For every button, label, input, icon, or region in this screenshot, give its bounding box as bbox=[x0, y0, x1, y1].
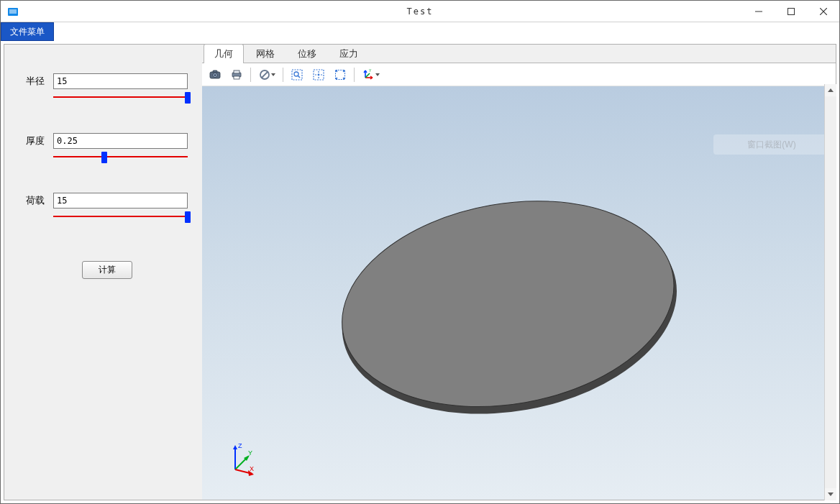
svg-point-16 bbox=[318, 73, 320, 75]
calculate-button[interactable]: 计算 bbox=[82, 261, 132, 279]
radius-label: 半径 bbox=[26, 75, 53, 88]
viewport-3d[interactable]: 窗口截图(W) Z Y X bbox=[202, 86, 836, 500]
chevron-down-icon bbox=[271, 73, 275, 76]
tab-stress[interactable]: 应力 bbox=[329, 44, 369, 63]
axes-icon[interactable]: Y bbox=[358, 65, 383, 84]
svg-point-6 bbox=[214, 74, 216, 76]
app-icon bbox=[6, 5, 19, 18]
radius-slider[interactable] bbox=[53, 93, 188, 101]
radius-input[interactable] bbox=[53, 73, 188, 89]
tab-displacement[interactable]: 位移 bbox=[287, 44, 327, 63]
title-bar: Test bbox=[1, 1, 839, 22]
svg-text:Y: Y bbox=[369, 68, 372, 73]
vertical-scrollbar[interactable] bbox=[824, 84, 836, 500]
thickness-label: 厚度 bbox=[26, 134, 53, 147]
forbid-icon[interactable] bbox=[255, 65, 279, 84]
tab-mesh[interactable]: 网格 bbox=[245, 44, 286, 63]
tab-geometry[interactable]: 几何 bbox=[204, 44, 244, 63]
window-controls bbox=[742, 1, 839, 22]
svg-line-11 bbox=[262, 72, 268, 78]
toolbar-separator bbox=[283, 68, 283, 82]
tab-strip: 几何 网格 位移 应力 bbox=[202, 45, 836, 63]
svg-rect-2 bbox=[788, 9, 794, 15]
load-slider[interactable] bbox=[53, 213, 188, 220]
menu-bar: 文件菜单 bbox=[1, 22, 839, 41]
main-panel: 半径 厚度 bbox=[4, 44, 836, 500]
slider-thumb[interactable] bbox=[101, 152, 107, 163]
window-title: Test bbox=[407, 6, 434, 17]
view-toolbar: Y bbox=[202, 63, 836, 86]
slider-track bbox=[53, 156, 188, 157]
app-window: Test 文件菜单 半径 bbox=[0, 0, 840, 504]
toolbar-separator bbox=[250, 68, 251, 82]
pan-arrows-icon[interactable] bbox=[330, 65, 350, 84]
maximize-button[interactable] bbox=[775, 1, 807, 22]
slider-track bbox=[53, 216, 188, 217]
load-label: 荷载 bbox=[26, 194, 53, 207]
view-panel: 几何 网格 位移 应力 bbox=[202, 45, 836, 500]
hint-label: 窗口截图(W) bbox=[747, 139, 795, 151]
camera-icon[interactable] bbox=[205, 65, 225, 84]
svg-point-23 bbox=[326, 176, 690, 431]
scroll-down-button[interactable] bbox=[825, 488, 836, 500]
thickness-slider[interactable] bbox=[53, 153, 188, 160]
svg-rect-12 bbox=[292, 70, 302, 80]
toolbar-separator bbox=[354, 68, 355, 82]
thickness-input[interactable] bbox=[53, 133, 188, 149]
triad-z-label: Z bbox=[238, 442, 242, 449]
triad-x-label: X bbox=[250, 465, 254, 472]
chevron-down-icon bbox=[375, 73, 380, 76]
print-icon[interactable] bbox=[227, 65, 247, 84]
hint-badge: 窗口截图(W) bbox=[713, 134, 830, 155]
param-radius: 半径 bbox=[26, 73, 188, 101]
svg-rect-4 bbox=[213, 70, 217, 73]
file-menu[interactable]: 文件菜单 bbox=[1, 22, 54, 41]
slider-thumb[interactable] bbox=[185, 92, 191, 104]
svg-line-20 bbox=[365, 73, 370, 78]
triad-y-label: Y bbox=[248, 449, 252, 457]
axis-triad: Z Y X bbox=[225, 439, 262, 477]
side-panel: 半径 厚度 bbox=[4, 45, 202, 500]
body-area: 半径 厚度 bbox=[1, 41, 839, 503]
zoom-rect-icon[interactable] bbox=[287, 65, 307, 84]
svg-point-13 bbox=[294, 72, 298, 76]
scroll-up-button[interactable] bbox=[825, 84, 836, 96]
slider-track bbox=[53, 96, 188, 98]
svg-rect-9 bbox=[234, 76, 239, 79]
slider-thumb[interactable] bbox=[185, 211, 191, 223]
param-thickness: 厚度 bbox=[26, 133, 188, 160]
load-input[interactable] bbox=[53, 193, 188, 209]
param-load: 荷载 bbox=[26, 193, 188, 220]
fit-icon[interactable] bbox=[309, 65, 329, 84]
close-button[interactable] bbox=[807, 1, 839, 22]
svg-line-14 bbox=[298, 75, 300, 78]
minimize-button[interactable] bbox=[742, 1, 775, 22]
svg-rect-8 bbox=[234, 70, 239, 73]
